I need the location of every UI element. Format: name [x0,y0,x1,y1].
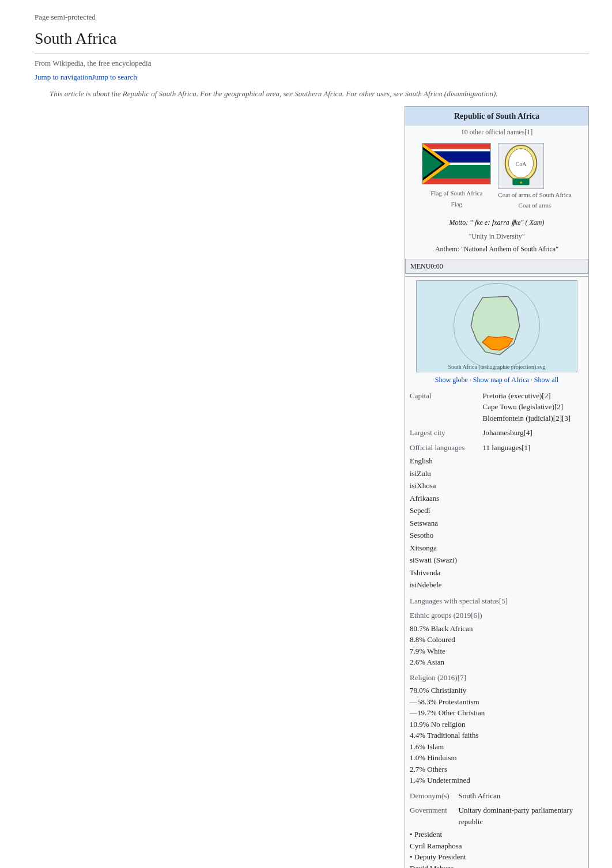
lang-sesotho: Sesotho [410,529,584,542]
svg-text:★: ★ [519,180,523,184]
official-languages-label: Official languages [405,440,478,455]
religion-traditional: 4.4% Traditional faiths [410,730,584,741]
religion-others: 2.7% Others [410,764,584,775]
flag-image-block: Flag of South Africa Flag [422,143,491,209]
jump-nav[interactable]: Jump to navigationJump to search [35,71,589,84]
special-status-label: Languages with special status[5] [405,594,588,609]
show-map-link[interactable]: Show map of Africa [473,376,534,384]
government-row: Government Unitary dominant-party parlia… [405,803,588,829]
religion-protestantism: —58.3% Protestantism [410,696,584,708]
government-value: Unitary dominant-party parliamentary rep… [454,803,588,829]
capital-values: Pretoria (executive)[2] Cape Town (legis… [478,388,588,426]
religion-undetermined: 1.4% Undetermined [410,775,584,786]
government-label: Government [405,803,454,829]
religion-other-christian: —19.7% Other Christian [410,707,584,719]
official-president-role: • President [410,829,584,840]
ethnic-white: 7.9% White [410,646,584,657]
flag-label: Flag of South Africa [422,188,491,198]
official-deputy-role: • Deputy President [410,851,584,863]
infobox-title: Republic of South Africa [405,107,588,126]
infobox-motto: Motto: " ǀke eː ǀxarra ǁke" ( Xam) [405,215,588,230]
lang-afrikaans: Afrikaans [410,492,584,505]
official-languages-count: 11 languages[1] [478,440,588,455]
menu-label: MENU0:00 [410,261,443,271]
ethnic-asian: 2.6% Asian [410,656,584,668]
demonym-value: South African [454,788,588,803]
show-globe-link[interactable]: Show globe [435,376,473,384]
coat-sub: Coat of arms [498,201,571,210]
infobox-unity: "Unity in Diversity" [405,230,588,243]
languages-list: English isiZulu isiXhosa Afrikaans Seped… [410,455,584,591]
show-all-link[interactable]: Show all [534,376,558,384]
religion-no-religion: 10.9% No religion [410,719,584,730]
religion-row: Religion (2016)[7] [405,670,588,685]
coat-label: Coat of arms of South Africa [498,190,571,200]
lang-isindebele: isiNdebele [410,579,584,591]
capital-label: Capital [405,388,478,426]
lang-isixhosa: isiXhosa [410,480,584,492]
ethnic-label: Ethnic groups (2019[6]) [405,608,588,623]
from-wikipedia: From Wikipedia, the free encyclopedia [35,58,589,70]
largest-city-value: Johannesburg[4] [478,425,588,440]
page-protected: Page semi-protected [35,12,589,24]
map-links: Show globe Show map of Africa Show all [410,375,584,385]
lang-siswati: siSwati (Swazi) [410,554,584,567]
special-status-row: Languages with special status[5] [405,594,588,609]
infobox-map-area: South Africa (orthographic projection).s… [405,276,588,388]
ethnic-groups-row: Ethnic groups (2019[6]) [405,608,588,623]
svg-text:South Africa (orthographic pro: South Africa (orthographic projection).s… [448,364,546,371]
religion-label: Religion (2016)[7] [405,670,588,685]
hatnote: This article is about the Republic of So… [35,88,589,100]
ethnic-black: 80.7% Black African [410,623,584,635]
lang-setswana: Setswana [410,517,584,530]
largest-city-label: Largest city [405,425,478,440]
page-title: South Africa [35,26,589,54]
flag-sub: Flag [422,199,491,209]
map-image: South Africa (orthographic projection).s… [416,280,577,372]
menu-bar[interactable]: MENU0:00 [405,259,588,274]
demonym-row: Demonym(s) South African [405,788,588,803]
official-president-name: Cyril Ramaphosa [410,840,584,852]
coat-image-block: CoA ★ Coat of arms of South Africa Coat … [498,143,571,210]
lang-english: English [410,455,584,467]
lang-tshivenda: Tshivenda [410,567,584,579]
religion-christianity: 78.0% Christianity [410,685,584,696]
demonym-label: Demonym(s) [405,788,454,803]
largest-city-row: Largest city Johannesburg[4] [405,425,588,440]
ethnic-coloured: 8.8% Coloured [410,634,584,646]
official-deputy-name: David Mabuza [410,863,584,868]
lang-xitsonga: Xitsonga [410,542,584,554]
official-languages-row: Official languages 11 languages[1] [405,440,588,455]
religion-hinduism: 1.0% Hinduism [410,752,584,764]
infobox-other-names: 10 other official names[1] [405,126,588,138]
lang-isizulu: isiZulu [410,467,584,480]
lang-sepedi: Sepedi [410,504,584,517]
svg-rect-10 [423,144,490,149]
infobox-anthem: Anthem: "National Anthem of South Africa… [405,243,588,256]
infobox: Republic of South Africa 10 other offici… [405,106,589,868]
svg-text:CoA: CoA [516,161,526,167]
capital-row: Capital Pretoria (executive)[2] Cape Tow… [405,388,588,426]
religion-islam: 1.6% Islam [410,741,584,753]
